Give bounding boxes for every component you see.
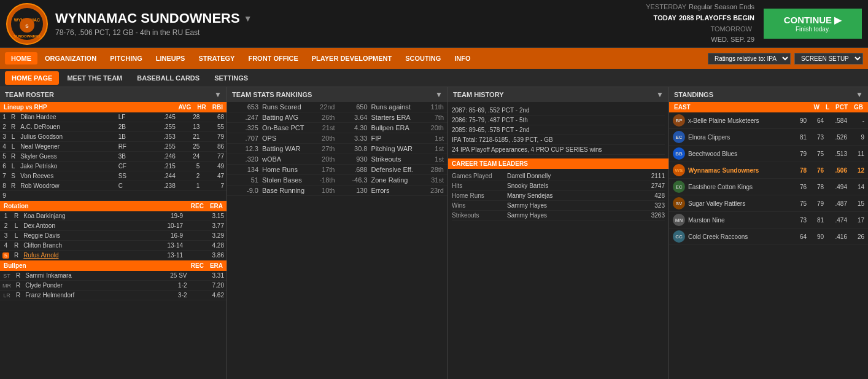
lineup-player-name[interactable]: Neal Wegener [18,142,115,152]
stats-val-left: .325 [231,124,258,131]
continue-button[interactable]: CONTINUE ▶ Finish today. [764,9,862,39]
lineup-player-name[interactable]: Jake Petrisko [18,162,115,171]
leader-name[interactable]: Sammy Hayes [507,202,654,209]
screen-setup-select[interactable]: SCREEN SETUP [794,53,863,64]
nav-info[interactable]: INFO [448,52,476,64]
standings-team-row[interactable]: BP x-Belle Plaine Musketeers 90 64 .584 … [669,112,868,129]
lineup-player-name[interactable]: Rob Woodrow [18,181,115,191]
standings-panel-header: STANDINGS ▼ [669,87,868,102]
today-value: 2088 PLAYOFFS BEGIN [679,14,754,21]
rotation-num: 2 [0,221,12,231]
stats-label-left: On-Base PCT [258,124,314,131]
rotation-col-labels: REC ERA [191,203,223,209]
history-collapse-btn[interactable]: ▼ [656,90,664,99]
lineup-pos: RF [116,142,143,152]
subnav-baseball-cards[interactable]: BASEBALL CARDS [130,71,206,85]
stats-row: 653 Runs Scored 22nd 650 Runs against 11… [227,102,448,112]
stats-val-left: .707 [231,135,258,142]
nav-lineups[interactable]: LINEUPS [150,52,192,64]
lineup-player-name[interactable]: Skyler Guess [18,152,115,162]
col-w: W [813,104,819,111]
rotation-player-name[interactable]: Dex Antoon [21,221,135,231]
lineup-player-name[interactable]: Julius Goodson [18,132,115,142]
bullpen-player-name[interactable]: Sammi Inkamara [23,271,142,281]
col-gb: GB [854,104,863,111]
team-logo-badge: BP [673,114,685,127]
rotation-row[interactable]: 1 R Koa Darkinjang 19-9 3.15 [0,211,227,221]
standings-team-row[interactable]: WS Wynnamac Sundowners 78 76 .506 12 [669,162,868,179]
lineup-player-name[interactable]: A.C. DeRouen [18,122,115,132]
stats-collapse-btn[interactable]: ▼ [435,90,443,99]
lineup-col-labels: AVG HR RBI [178,104,223,111]
lineup-row[interactable]: 7 S Von Reeves SS .244 2 47 [0,171,227,181]
lineup-rbi: 47 [202,171,227,181]
stats-label-right: Runs against [368,103,423,111]
bullpen-row[interactable]: MR R Clyde Ponder 1-2 7.20 [0,281,227,291]
nav-front-office[interactable]: FRONT OFFICE [242,52,304,64]
continue-sub: Finish today. [796,26,830,33]
lineup-row[interactable]: 5 R Skyler Guess 3B .246 24 77 [0,152,227,162]
standings-team-row[interactable]: SV Sugar Valley Rattlers 75 79 .487 15 [669,195,868,212]
roster-collapse-btn[interactable]: ▼ [214,90,222,99]
nav-pitching[interactable]: PITCHING [104,52,149,64]
rotation-row[interactable]: 3 L Reggie Davis 16-9 3.29 [0,231,227,241]
lineup-hand: S [9,171,18,181]
standings-losses: 75 [807,150,824,157]
rotation-row[interactable]: 4 R Clifton Branch 13-14 4.28 [0,241,227,251]
standings-wins: 75 [789,200,807,207]
team-logo-badge: SV [673,197,685,209]
rotation-player-name[interactable]: Clifton Branch [21,241,135,251]
leader-category: Hits [452,182,507,189]
standings-collapse-btn[interactable]: ▼ [856,90,863,99]
leader-name[interactable]: Darrell Donnelly [507,173,651,179]
nav-player-development[interactable]: PLAYER DEVELOPMENT [306,52,398,64]
lineup-row[interactable]: 4 L Neal Wegener RF .255 25 86 [0,142,227,152]
standings-team-row[interactable]: EC Eastshore Cotton Kings 76 78 .494 14 [669,179,868,195]
leader-category: Strikeouts [452,212,507,219]
history-record-row: 2086: 75-79, .487 PCT - 5th [452,115,665,125]
subnav-home-page[interactable]: HOME PAGE [5,71,59,85]
lineup-hr: 28 [178,112,203,122]
nav-strategy[interactable]: STRATEGY [192,52,241,64]
bullpen-player-name[interactable]: Franz Helmendorf [23,291,142,300]
bullpen-row[interactable]: LR R Franz Helmendorf 3-2 4.62 [0,291,227,300]
rotation-player-name[interactable]: Reggie Davis [21,231,135,241]
lineup-table: 1 R Dilan Hardee LF .245 28 68 2 R A.C. … [0,112,227,201]
nav-organization[interactable]: ORGANIZATION [39,52,103,64]
lineup-num: 5 [0,152,9,162]
nav-home[interactable]: HOME [5,52,37,64]
main-content: TEAM ROSTER ▼ Lineup vs RHP AVG HR RBI 1… [0,87,868,379]
ratings-select[interactable]: Ratings relative to: IPA [708,53,791,64]
nav-scouting[interactable]: SCOUTING [399,52,447,64]
lineup-row[interactable]: 6 L Jake Petrisko CF .215 5 49 [0,162,227,171]
standings-team-row[interactable]: EC Elnora Clippers 81 73 .526 9 [669,129,868,146]
rotation-row[interactable]: 2 L Dex Antoon 10-17 3.77 [0,221,227,231]
lineup-row[interactable]: 8 R Rob Woodrow C .238 1 7 [0,181,227,191]
subnav-settings[interactable]: SETTINGS [207,71,255,85]
rotation-player-name[interactable]: Koa Darkinjang [21,211,135,221]
bullpen-player-name[interactable]: Clyde Ponder [23,281,142,291]
lineup-player-name[interactable]: Dilan Hardee [18,112,115,122]
rotation-player-name[interactable]: Rufus Arnold [21,251,135,260]
leader-name[interactable]: Sammy Hayes [507,212,651,219]
team-logo-badge: BB [673,147,685,160]
standings-wins: 78 [789,167,807,174]
lineup-row[interactable]: 2 R A.C. DeRouen 2B .255 13 55 [0,122,227,132]
subnav-meet-team[interactable]: MEET THE TEAM [60,71,129,85]
leader-name[interactable]: Manny Sendejas [507,192,654,199]
bullpen-row[interactable]: ST R Sammi Inkamara 25 SV 3.31 [0,271,227,281]
standings-team-name: Eastshore Cotton Kings [688,184,789,190]
standings-team-row[interactable]: BB Beechwood Blues 79 75 .513 11 [669,146,868,162]
leader-name[interactable]: Snooky Bartels [507,182,651,189]
lineup-row[interactable]: 1 R Dilan Hardee LF .245 28 68 [0,112,227,122]
standings-team-row[interactable]: CC Cold Creek Raccoons 64 90 .416 26 [669,229,868,245]
rotation-rec: 13-11 [135,251,185,260]
standings-team-row[interactable]: MN Marston Nine 73 81 .474 17 [669,212,868,229]
lineup-player-name[interactable]: Von Reeves [18,171,115,181]
team-dropdown-arrow[interactable]: ▼ [244,14,252,23]
lineup-row[interactable]: 3 L Julius Goodson 1B .353 21 79 [0,132,227,142]
history-content: 2087: 85-69, .552 PCT - 2nd2086: 75-79, … [448,102,668,379]
standings-losses: 76 [807,167,824,174]
rotation-row[interactable]: 5 R Rufus Arnold 13-11 3.86 [0,251,227,260]
lineup-hr: 13 [178,122,203,132]
